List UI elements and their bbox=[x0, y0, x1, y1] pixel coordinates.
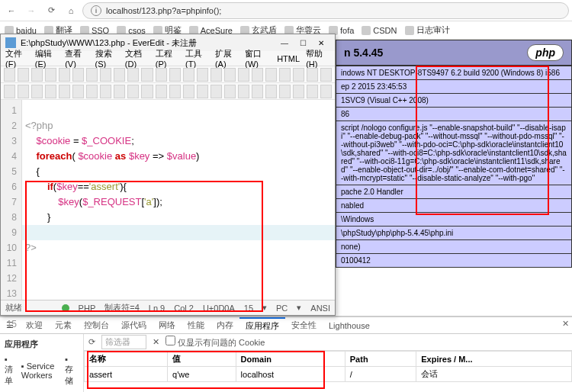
menu-item[interactable]: 工具(T) bbox=[185, 48, 209, 69]
menu-item[interactable]: 扩展(A) bbox=[215, 48, 239, 69]
info-icon: i bbox=[91, 5, 101, 16]
toolbar-button[interactable] bbox=[197, 68, 208, 82]
toolbar-button[interactable] bbox=[265, 68, 277, 82]
nav-home[interactable]: ⌂ bbox=[63, 2, 79, 19]
toolbar-button[interactable] bbox=[59, 85, 70, 98]
toolbar-button[interactable] bbox=[169, 85, 181, 98]
menu-item[interactable]: 工程(P) bbox=[156, 48, 179, 69]
toolbar-button[interactable] bbox=[210, 68, 222, 82]
toolbar-button[interactable] bbox=[320, 85, 332, 98]
devtools-tab[interactable]: 性能 bbox=[182, 317, 210, 333]
menu-item[interactable]: HTML bbox=[277, 54, 300, 63]
php-led-icon bbox=[62, 304, 69, 312]
sidebar-item[interactable]: ▪ 存储 bbox=[65, 353, 79, 388]
address-bar[interactable]: i localhost/123.php?a=phpinfo(); bbox=[82, 2, 569, 19]
sidebar-item[interactable]: ▪ 清单 bbox=[5, 353, 18, 388]
phpinfo-cell: script /nologo configure.js "--enable-sn… bbox=[336, 121, 572, 185]
toolbar-button[interactable] bbox=[183, 85, 194, 98]
toolbar-button[interactable] bbox=[224, 85, 236, 98]
toolbar-button[interactable] bbox=[238, 85, 249, 98]
toolbar-button[interactable] bbox=[86, 68, 98, 82]
toolbar-button[interactable] bbox=[307, 68, 318, 82]
menu-item[interactable]: 文档(D) bbox=[125, 48, 149, 69]
sidebar-item[interactable]: ▪ Service Workers bbox=[21, 360, 63, 381]
toolbar-button[interactable] bbox=[156, 85, 167, 98]
toolbar-button[interactable] bbox=[45, 85, 56, 98]
toolbar-button[interactable] bbox=[18, 85, 29, 98]
toolbar-button[interactable] bbox=[279, 85, 291, 98]
toolbar-button[interactable] bbox=[4, 85, 15, 98]
editor-title-text: E:\phpStudy\WWW\123.php - EverEdit - 未注册 bbox=[21, 37, 197, 49]
toolbar-button[interactable] bbox=[252, 85, 263, 98]
devtools-tab[interactable]: 安全性 bbox=[285, 317, 323, 333]
toolbar-button[interactable] bbox=[293, 68, 304, 82]
toolbar-button[interactable] bbox=[72, 85, 84, 98]
nav-fwd[interactable]: → bbox=[23, 2, 40, 19]
devtools-tab[interactable]: 网络 bbox=[153, 317, 182, 333]
filter-reload-icon[interactable]: ⟳ bbox=[88, 337, 95, 347]
devtools-tab[interactable]: 内存 bbox=[210, 317, 239, 333]
cookie-cell: q'we bbox=[168, 367, 236, 382]
toolbar-button[interactable] bbox=[279, 68, 291, 82]
toolbar-button[interactable] bbox=[141, 68, 153, 82]
bookmark-item[interactable]: CSDN bbox=[362, 26, 397, 35]
toolbar-button[interactable] bbox=[141, 85, 153, 98]
toolbar-button[interactable] bbox=[100, 85, 111, 98]
toolbar-button[interactable] bbox=[210, 85, 222, 98]
toolbar-button[interactable] bbox=[307, 85, 318, 98]
code-editor[interactable]: <?php $cookie = $_COOKIE; foreach( $cook… bbox=[22, 100, 335, 300]
toolbar-button[interactable] bbox=[252, 68, 263, 82]
toolbar-button[interactable] bbox=[18, 68, 29, 82]
menu-item[interactable]: 查看(V) bbox=[65, 48, 88, 69]
devtools-tab[interactable]: Lighthouse bbox=[323, 317, 376, 333]
cookie-cell: / bbox=[345, 367, 416, 382]
filter-clear-icon[interactable]: ✕ bbox=[153, 337, 159, 347]
toolbar-button[interactable] bbox=[169, 68, 181, 82]
toolbar-button[interactable] bbox=[238, 68, 249, 82]
devtools-tab[interactable]: 应用程序 bbox=[239, 317, 285, 333]
menu-item[interactable]: 搜索(S) bbox=[95, 48, 119, 69]
toolbar-button[interactable] bbox=[320, 68, 332, 82]
toolbar-button[interactable] bbox=[127, 68, 139, 82]
cookie-header: 值 bbox=[168, 352, 236, 367]
devtools-tab[interactable]: 控制台 bbox=[78, 317, 115, 333]
php-logo: php bbox=[527, 44, 564, 61]
toolbar-button[interactable] bbox=[100, 68, 111, 82]
filter-label[interactable]: 筛选器 bbox=[101, 335, 146, 349]
menu-item[interactable]: 帮助(H) bbox=[306, 48, 330, 69]
min-button[interactable]: — bbox=[275, 36, 294, 50]
bookmark-item[interactable]: 日志审计 bbox=[405, 24, 450, 36]
nav-back[interactable]: ← bbox=[3, 2, 20, 19]
toolbar-button[interactable] bbox=[72, 68, 84, 82]
devtools-tab[interactable]: 源代码 bbox=[115, 317, 153, 333]
toolbar-button[interactable] bbox=[114, 68, 125, 82]
toolbar-button[interactable] bbox=[127, 85, 139, 98]
devtools-tab[interactable]: 元素 bbox=[49, 317, 78, 333]
menu-item[interactable]: 文件(F) bbox=[5, 48, 29, 69]
menu-item[interactable]: 编辑(E) bbox=[35, 48, 59, 69]
toolbar-button[interactable] bbox=[183, 68, 194, 82]
toolbar-button[interactable] bbox=[4, 68, 15, 82]
toolbar-button[interactable] bbox=[197, 85, 208, 98]
toolbar-button[interactable] bbox=[31, 85, 43, 98]
editor-window: E:\phpStudy\WWW\123.php - EverEdit - 未注册… bbox=[0, 34, 336, 316]
cookie-header: Expires / M... bbox=[416, 352, 572, 367]
toolbar-button[interactable] bbox=[31, 68, 43, 82]
menu-item[interactable]: 窗口(W) bbox=[245, 48, 271, 69]
app-icon bbox=[5, 37, 16, 48]
php-version: n 5.4.45 bbox=[344, 47, 527, 59]
toolbar-button[interactable] bbox=[224, 68, 236, 82]
toolbar-button[interactable] bbox=[59, 68, 70, 82]
nav-reload[interactable]: ⟳ bbox=[43, 2, 59, 19]
sidebar-title: 应用程序 bbox=[5, 337, 79, 352]
toolbar-button[interactable] bbox=[114, 85, 125, 98]
devtools-tab[interactable]: 欢迎 bbox=[20, 317, 49, 333]
toolbar-button[interactable] bbox=[156, 68, 167, 82]
toolbar-button[interactable] bbox=[45, 68, 56, 82]
problem-cookies-checkbox[interactable]: 仅显示有问题的 Cookie bbox=[165, 336, 265, 349]
toolbar-button[interactable] bbox=[293, 85, 304, 98]
toolbar-button[interactable] bbox=[265, 85, 277, 98]
cookie-row[interactable]: assertq'welocalhost/会话 bbox=[85, 367, 572, 382]
devtools-close-icon[interactable]: ✕ bbox=[562, 319, 569, 329]
toolbar-button[interactable] bbox=[86, 85, 98, 98]
